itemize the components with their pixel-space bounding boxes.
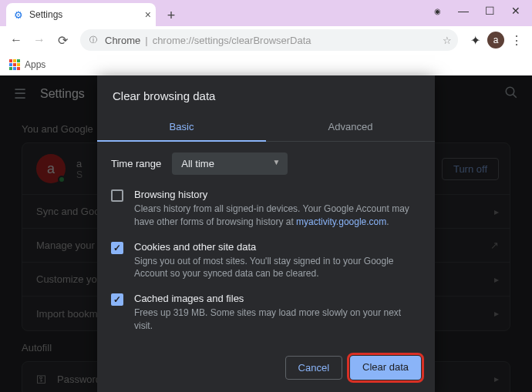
cancel-button[interactable]: Cancel (285, 356, 342, 380)
close-window-button[interactable]: ✕ (503, 0, 529, 22)
tab-basic[interactable]: Basic (97, 113, 266, 142)
gear-icon: ⚙ (14, 9, 23, 21)
tab-title: Settings (29, 9, 62, 20)
profile-avatar[interactable]: a (487, 32, 504, 49)
account-indicator-icon[interactable]: ◉ (424, 0, 450, 22)
back-button[interactable]: ← (6, 29, 26, 51)
time-range-row: Time range All time ▼ (111, 152, 421, 175)
bookmarks-bar: Apps (0, 54, 532, 75)
dialog-footer: Cancel Clear data (97, 345, 435, 392)
omnibox-prefix: Chrome (105, 35, 140, 46)
maximize-button[interactable]: ☐ (476, 0, 503, 22)
myactivity-link[interactable]: myactivity.google.com (296, 216, 386, 227)
option-title: Cookies and other site data (134, 241, 421, 253)
checkbox-cached[interactable]: ✓ (111, 293, 123, 306)
option-desc: Signs you out of most sites. You'll stay… (134, 255, 421, 281)
dialog-body: Time range All time ▼ Browsing history C… (97, 142, 435, 345)
checkbox-browsing-history[interactable] (111, 189, 123, 202)
extensions-icon[interactable]: ✦ (466, 33, 484, 48)
dialog-title: Clear browsing data (97, 75, 435, 113)
option-cookies[interactable]: ✓ Cookies and other site data Signs you … (111, 241, 421, 281)
site-info-icon[interactable]: ⓘ (86, 33, 100, 47)
omnibox-path: chrome://settings/clearBrowserData (153, 35, 311, 46)
checkbox-cookies[interactable]: ✓ (111, 242, 123, 254)
tab-advanced[interactable]: Advanced (266, 113, 435, 141)
apps-icon[interactable] (9, 59, 20, 70)
option-title: Cached images and files (134, 293, 421, 304)
clear-data-button[interactable]: Clear data (350, 356, 421, 380)
dialog-tabs: Basic Advanced (97, 113, 435, 142)
time-range-label: Time range (111, 158, 161, 169)
option-desc: Clears history from all signed-in device… (134, 203, 421, 229)
menu-kebab-icon[interactable]: ⋮ (507, 33, 526, 48)
time-range-select[interactable]: All time ▼ (172, 152, 288, 175)
option-cached[interactable]: ✓ Cached images and files Frees up 319 M… (111, 293, 421, 333)
option-desc: Frees up 319 MB. Some sites may load mor… (134, 307, 421, 333)
minimize-button[interactable]: ― (450, 0, 476, 22)
clear-browsing-data-dialog: Clear browsing data Basic Advanced Time … (97, 75, 435, 392)
bookmark-star-icon[interactable]: ☆ (443, 35, 452, 46)
close-tab-icon[interactable]: × (145, 8, 151, 21)
apps-label[interactable]: Apps (25, 59, 45, 70)
option-title: Browsing history (134, 189, 421, 200)
option-browsing-history[interactable]: Browsing history Clears history from all… (111, 189, 421, 229)
forward-button: → (29, 29, 49, 51)
browser-tab[interactable]: ⚙ Settings × (6, 3, 156, 26)
address-bar[interactable]: ⓘ Chrome | chrome://settings/clearBrowse… (80, 29, 458, 51)
window-titlebar: ⚙ Settings × + ◉ ― ☐ ✕ (0, 0, 532, 26)
window-controls: ◉ ― ☐ ✕ (424, 0, 529, 22)
new-tab-button[interactable]: + (160, 5, 182, 26)
reload-button[interactable]: ⟳ (52, 29, 72, 51)
chevron-down-icon: ▼ (272, 158, 280, 166)
browser-toolbar: ← → ⟳ ⓘ Chrome | chrome://settings/clear… (0, 26, 532, 54)
